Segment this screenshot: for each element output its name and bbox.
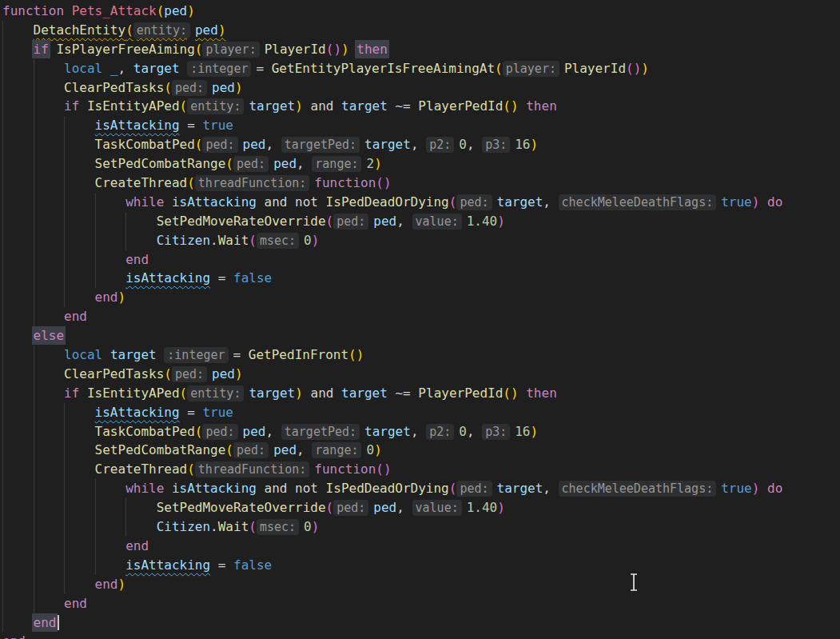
code-line[interactable]: Citizen.Wait(msec:0) [2, 231, 840, 250]
code-editor-window: function Pets_Attack(ped)DetachEntity(en… [0, 0, 840, 639]
code-token [102, 347, 110, 362]
code-line[interactable]: while isAttacking and not IsPedDeadOrDyi… [2, 479, 840, 498]
code-token: ( [225, 442, 233, 457]
code-token: DetachEntity [34, 22, 126, 38]
code-token: , [266, 137, 281, 152]
code-line[interactable]: Citizen.Wait(msec:0) [2, 517, 840, 537]
code-token: then [355, 40, 389, 58]
code-line[interactable]: isAttacking = false [2, 269, 840, 288]
code-line[interactable]: end [2, 594, 840, 613]
code-line[interactable]: SetPedMoveRateOverride(ped:ped, value:1.… [2, 212, 840, 231]
indent-guide [2, 422, 34, 441]
indent-guide [2, 269, 34, 288]
indent-guide [34, 59, 65, 78]
code-line[interactable]: local _, target :integer= GetEntityPlaye… [2, 59, 840, 78]
code-token: () [326, 42, 341, 57]
code-token: ) [118, 290, 126, 305]
indent-guide [95, 212, 126, 231]
code-line[interactable]: function Pets_Attack(ped) [2, 2, 840, 21]
inlay-hint: player: [503, 61, 559, 77]
code-token: , [467, 424, 482, 439]
code-line[interactable]: DetachEntity(entity:ped) [2, 21, 840, 40]
code-token: false [233, 270, 272, 286]
code-token: () [626, 61, 641, 76]
code-line[interactable]: end [2, 613, 840, 633]
indent-guide [2, 250, 34, 270]
code-token [519, 98, 527, 114]
code-line[interactable]: else [2, 326, 840, 345]
code-token: ) [641, 61, 649, 76]
code-line[interactable]: while isAttacking and not IsPedDeadOrDyi… [2, 193, 840, 212]
code-token: ) [295, 98, 303, 114]
code-token: isAttacking [95, 118, 180, 133]
code-token [64, 3, 72, 18]
code-token: 0 [459, 137, 467, 152]
code-line[interactable]: if IsEntityAPed(entity:target) and targe… [2, 97, 840, 116]
code-line[interactable]: CreateThread(threadFunction:function() [2, 174, 840, 193]
code-line[interactable]: CreateThread(threadFunction:function() [2, 460, 840, 479]
code-token: 0 [459, 424, 467, 439]
indent-guide [34, 384, 65, 403]
inlay-hint: ped: [333, 214, 368, 230]
code-token: end [95, 577, 118, 592]
code-token: while [125, 194, 164, 210]
indent-guide [2, 479, 34, 498]
code-line[interactable]: end [2, 537, 840, 556]
code-token: = [180, 405, 203, 420]
code-line[interactable]: if IsEntityAPed(entity:target) and targe… [2, 384, 840, 403]
indent-guide [34, 498, 65, 517]
code-token: 1.40 [467, 214, 498, 229]
indent-guide [64, 441, 95, 460]
indent-guide [34, 97, 65, 116]
indent-guide [34, 345, 65, 365]
code-line[interactable]: SetPedCombatRange(ped:ped, range:2) [2, 154, 840, 174]
code-token: and [303, 385, 341, 401]
code-token: end [95, 290, 118, 305]
code-line[interactable]: TaskCombatPed(ped:ped, targetPed:target,… [2, 135, 840, 154]
code-line[interactable]: end) [2, 288, 840, 307]
code-token: target [110, 347, 157, 362]
code-line[interactable]: SetPedMoveRateOverride(ped:ped, value:1.… [2, 498, 840, 517]
code-token: IsPedDeadOrDying [326, 194, 449, 210]
code-token [180, 61, 188, 76]
code-token: ped [212, 366, 235, 381]
indent-guide [64, 231, 95, 250]
code-line[interactable]: isAttacking = true [2, 403, 840, 422]
code-token: ( [125, 22, 133, 38]
code-token: ( [195, 42, 203, 57]
indent-guide [34, 594, 65, 613]
code-token: ( [195, 424, 203, 439]
indent-guide [34, 250, 65, 270]
code-line[interactable]: end [2, 250, 840, 270]
code-token: true [721, 481, 752, 496]
indent-guide [2, 403, 34, 422]
code-line[interactable]: isAttacking = false [2, 556, 840, 575]
code-token: = [210, 270, 233, 286]
code-token: Wait [218, 233, 249, 248]
code-token: target [497, 481, 543, 496]
code-line[interactable]: ClearPedTasks(ped:ped) [2, 365, 840, 384]
code-line[interactable]: isAttacking = true [2, 116, 840, 135]
code-token: 16 [515, 424, 530, 439]
indent-guide [64, 460, 95, 479]
code-token: SetPedMoveRateOverride [157, 214, 326, 229]
indent-guide [2, 441, 34, 460]
code-token: ( [326, 214, 334, 229]
indent-guide [2, 174, 34, 193]
code-line[interactable]: local target :integer= GetPedInFront() [2, 345, 840, 365]
code-line[interactable]: SetPedCombatRange(ped:ped, range:0) [2, 441, 840, 460]
code-token: ) [374, 156, 382, 171]
code-line[interactable]: end [2, 307, 840, 326]
code-token: = [233, 347, 249, 362]
code-line[interactable]: ClearPedTasks(ped:ped) [2, 78, 840, 98]
code-line[interactable]: end) [2, 575, 840, 594]
code-line[interactable]: TaskCombatPed(ped:ped, targetPed:target,… [2, 422, 840, 441]
indent-guide [64, 498, 95, 517]
code-token: SetPedCombatRange [95, 442, 226, 457]
code-token: ped [273, 442, 297, 457]
inlay-hint: msec: [257, 519, 299, 535]
code-line[interactable]: end [2, 632, 840, 639]
inlay-hint: ped: [233, 442, 269, 458]
code-token: ) [374, 442, 382, 457]
code-line[interactable]: if IsPlayerFreeAiming(player:PlayerId())… [2, 40, 840, 59]
